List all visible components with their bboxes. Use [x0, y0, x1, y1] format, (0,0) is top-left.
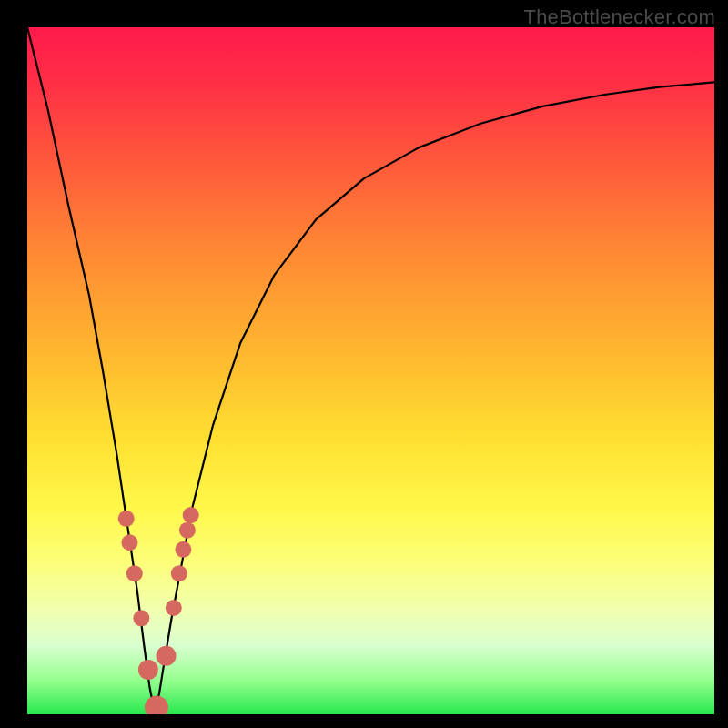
watermark-text: TheBottlenecker.com — [524, 5, 715, 29]
curve-marker — [133, 610, 149, 626]
curve-marker — [157, 646, 177, 666]
plot-area — [27, 27, 714, 714]
curve-marker — [138, 660, 158, 680]
curve-marker — [166, 600, 182, 616]
curve-markers — [118, 507, 199, 714]
bottleneck-curve — [27, 27, 714, 711]
curve-marker — [145, 695, 168, 714]
curve-marker — [179, 522, 196, 539]
curve-marker — [175, 541, 191, 558]
curve-marker — [121, 534, 137, 551]
curve-layer — [27, 27, 714, 714]
curve-marker — [171, 565, 187, 581]
chart-frame: TheBottlenecker.com — [0, 0, 728, 728]
curve-marker — [126, 565, 143, 581]
curve-marker — [183, 507, 199, 523]
curve-marker — [118, 511, 135, 527]
